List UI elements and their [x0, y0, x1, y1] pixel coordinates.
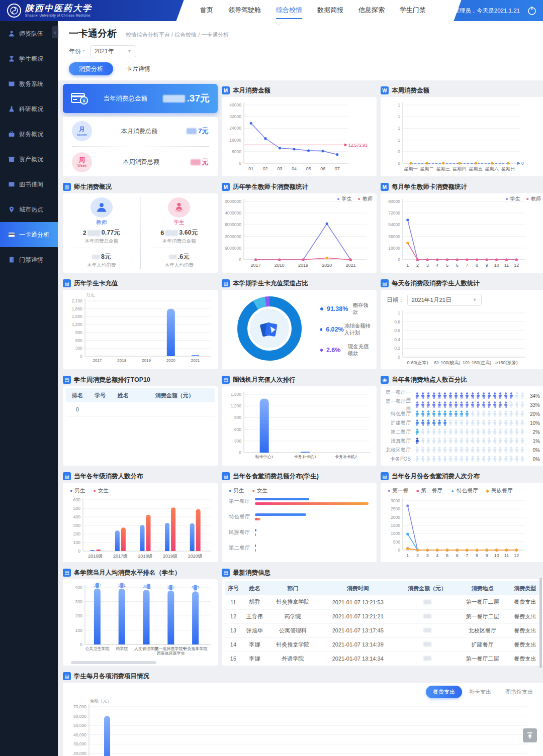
weekly-consumption-cell: W本周消费金额 001111星期一星期二星期三星期四星期五星期六星期日0 — [381, 84, 543, 176]
svg-text:0-60(正常): 0-60(正常) — [407, 360, 428, 365]
tab-card-detail[interactable]: 卡片详情 — [126, 65, 150, 73]
svg-text:2000: 2000 — [391, 515, 400, 520]
svg-text:100: 100 — [73, 540, 80, 545]
svg-text:卡务补卡机2: 卡务补卡机2 — [335, 455, 357, 459]
nav-item-1[interactable]: 领导驾驶舱 — [228, 0, 261, 21]
sidebar-item-edu[interactable]: 教务系统 — [0, 71, 58, 96]
svg-text:600: 600 — [234, 427, 241, 432]
page-scrollbar-thumb[interactable] — [539, 578, 542, 668]
svg-text:制卡中心1: 制卡中心1 — [255, 455, 274, 459]
svg-text:200: 200 — [75, 613, 82, 618]
svg-text:900: 900 — [75, 330, 82, 335]
svg-text:0: 0 — [239, 257, 241, 262]
card-header-icon: W — [381, 86, 389, 94]
svg-text:04: 04 — [292, 166, 297, 171]
recharge-channel-cell: ▧本学期学生卡充值渠道占比 91.38%圈存领款6.02%冻结金额转入计划2.6… — [222, 277, 377, 369]
monthly-projects-cell: ▤学生每月各项消费项目情况 餐费支出补卡支出图书馆支出 金额（元）010,000… — [63, 670, 543, 756]
svg-text:40,000: 40,000 — [73, 732, 86, 737]
nav-item-5[interactable]: 学生门禁 — [400, 0, 426, 21]
table-header: 姓名 — [112, 388, 135, 402]
svg-text:1,200: 1,200 — [72, 322, 83, 327]
svg-text:24000000: 24000000 — [225, 210, 241, 215]
location-percentage-cell: ◉当年各消费地点人数百分比 第一餐厅一层34%第一餐厅二层33%特色餐厅20%扩… — [381, 373, 543, 466]
svg-text:2017级: 2017级 — [113, 554, 128, 559]
date-select[interactable]: 2021年1月21日▼ — [407, 294, 482, 306]
svg-text:03: 03 — [277, 166, 282, 171]
school-name: 陕西中医药大学 — [25, 4, 92, 13]
sidebar-item-asset[interactable]: 资产概况 — [0, 147, 58, 172]
student-label: 学生 — [174, 219, 185, 226]
month-week-panel: 月Month 本月消费总额 7元 周Week 本周消费总额 元 — [63, 117, 218, 176]
svg-text:0.8: 0.8 — [394, 319, 400, 325]
svg-text:6: 6 — [456, 553, 459, 558]
sidebar-item-team[interactable]: 师资队伍 — [0, 21, 58, 46]
svg-text:7: 7 — [466, 263, 468, 268]
school-logo-icon — [7, 4, 21, 18]
svg-text:1,500: 1,500 — [72, 314, 83, 319]
svg-text:2: 2 — [416, 553, 419, 558]
table-row: 11胡乔针灸推拿学院2021-01-07 13:21:53第一餐厅二层餐费支出 — [225, 595, 542, 609]
svg-text:2: 2 — [416, 263, 419, 268]
svg-text:5: 5 — [446, 263, 448, 268]
svg-text:4: 4 — [436, 553, 438, 558]
canteen-total-cell: ▤当年各食堂消费总额分布(学生) ●男生●女生 第一餐厅特色餐厅民族餐厅第二餐厅 — [222, 470, 377, 562]
card-title: 本月消费金额 — [233, 86, 270, 95]
student-column: 学生 63.60元 本年消费总金额 .6元 本年人均消费 — [141, 197, 218, 269]
card-title: 师生消费概况 — [74, 183, 112, 191]
back-to-top-button[interactable] — [523, 728, 537, 742]
svg-text:36000: 36000 — [388, 234, 400, 239]
table-header: 消费金额（元） — [397, 581, 457, 595]
svg-text:2,100: 2,100 — [72, 298, 83, 303]
card-header-icon: ▥ — [63, 183, 71, 191]
nav-item-2[interactable]: 综合校情 — [276, 0, 302, 21]
card-title: 各学院当月人均消费水平排名（学生） — [74, 569, 181, 577]
toggle-0[interactable]: 餐费支出 — [426, 686, 462, 698]
card-header-icon: ◉ — [381, 376, 389, 384]
svg-text:60,000: 60,000 — [73, 714, 86, 719]
svg-text:200: 200 — [73, 531, 80, 536]
table-header: 消费金额（元） — [135, 388, 215, 402]
card-title: 当年各食堂消费总额分布(学生) — [233, 472, 319, 481]
svg-text:2021: 2021 — [345, 263, 355, 268]
sidebar-item-label: 城市热点 — [19, 205, 43, 214]
svg-text:0.2: 0.2 — [394, 346, 400, 351]
svg-text:0.4: 0.4 — [394, 337, 400, 342]
svg-text:38█: 38█ — [142, 584, 150, 589]
toggle-2[interactable]: 图书馆支出 — [498, 686, 540, 698]
svg-text:0: 0 — [398, 149, 400, 154]
sidebar-item-student[interactable]: 学生概况 — [0, 46, 58, 71]
svg-text:第一临床医学院中西医临床医学生: 第一临床医学院中西医临床医学生 — [155, 646, 187, 656]
sidebar-item-finance[interactable]: 财务概况 — [0, 122, 58, 147]
card-title: 当年各月份各食堂消费人次分布 — [392, 472, 480, 481]
card-header-icon: ▧ — [222, 279, 230, 287]
svg-text:90000: 90000 — [388, 199, 400, 204]
svg-text:1500: 1500 — [391, 523, 400, 528]
sidebar-item-door[interactable]: 门禁详情 — [0, 247, 58, 272]
sidebar-item-card[interactable]: 一卡通分析 — [0, 222, 58, 247]
svg-text:1: 1 — [398, 138, 400, 143]
nav-item-4[interactable]: 信息探索 — [358, 0, 385, 21]
nav-item-0[interactable]: 首页 — [200, 0, 213, 21]
svg-text:1,200: 1,200 — [231, 403, 242, 408]
tab-consume-analysis[interactable]: 消费分析 — [69, 62, 113, 75]
picto-row: 北校区餐厅0% — [384, 446, 540, 455]
toggle-1[interactable]: 补卡支出 — [462, 686, 498, 698]
redacted-value — [163, 95, 185, 102]
sidebar-item-book[interactable]: 图书借阅 — [0, 172, 58, 197]
sidebar-item-sci[interactable]: 科研概况 — [0, 96, 58, 122]
logout-power-icon[interactable] — [527, 6, 537, 16]
svg-text:101-150(过高): 101-150(过高) — [463, 360, 491, 365]
sidebar-item-label: 科研概况 — [19, 105, 43, 114]
svg-text:0: 0 — [239, 161, 241, 166]
date-label: 日期： — [387, 296, 404, 304]
table-header: 序号 — [225, 581, 242, 595]
month-icon: 月Month — [72, 121, 92, 141]
picto-row: 卡务POS0% — [384, 455, 540, 464]
year-select[interactable]: 2021年▼ — [90, 45, 136, 57]
chart-horizontal-scrollbar[interactable] — [71, 661, 156, 664]
svg-text:10: 10 — [494, 553, 499, 558]
sidebar-collapse-button[interactable]: ‹ — [52, 26, 58, 38]
table-header: 消费类型 — [508, 581, 542, 595]
nav-item-3[interactable]: 数据简报 — [317, 0, 343, 21]
sidebar-item-city[interactable]: 城市热点 — [0, 197, 58, 222]
